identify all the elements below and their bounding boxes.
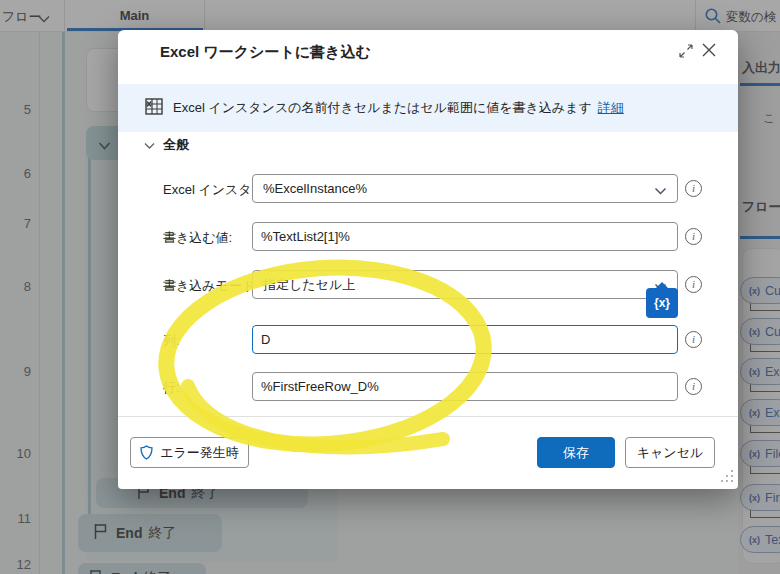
chevron-down-icon — [144, 141, 155, 150]
excel-icon — [145, 98, 163, 118]
row-input[interactable] — [252, 372, 678, 401]
info-icon[interactable]: i — [685, 180, 702, 197]
close-icon[interactable] — [702, 43, 724, 65]
info-icon[interactable]: i — [685, 276, 702, 293]
shield-icon — [140, 445, 153, 460]
variable-picker-button[interactable]: {x} — [646, 288, 678, 318]
on-error-label: エラー発生時 — [160, 444, 239, 462]
section-general-toggle[interactable]: 全般 — [144, 136, 189, 154]
dialog-description: Excel インスタンスの名前付きセルまたはセル範囲に値を書き込みます — [173, 99, 592, 117]
footer-divider — [118, 416, 738, 417]
write-mode-select[interactable]: 指定したセル上 — [252, 270, 678, 299]
cancel-button[interactable]: キャンセル — [625, 437, 715, 468]
on-error-button[interactable]: エラー発生時 — [130, 437, 249, 468]
resize-grip[interactable] — [721, 470, 734, 483]
dialog-title: Excel ワークシートに書き込む — [160, 43, 371, 62]
column-input[interactable] — [252, 325, 678, 354]
write-to-excel-dialog: Excel ワークシートに書き込む Excel インスタンスの名前付きセルまたは… — [118, 30, 738, 489]
expand-dialog-icon[interactable] — [679, 44, 699, 64]
save-button[interactable]: 保存 — [537, 437, 615, 468]
excel-instance-value: %ExcelInstance% — [263, 181, 367, 196]
info-icon[interactable]: i — [685, 228, 702, 245]
section-general-label: 全般 — [163, 136, 189, 154]
value-to-write-input[interactable] — [252, 222, 678, 251]
field-label-column: 列: — [163, 332, 180, 350]
chevron-down-icon — [654, 184, 667, 199]
info-icon[interactable]: i — [685, 331, 702, 348]
details-link[interactable]: 詳細 — [598, 99, 624, 117]
field-label-value: 書き込む値: — [163, 229, 232, 247]
field-label-row: 行: — [163, 379, 180, 397]
info-icon[interactable]: i — [685, 378, 702, 395]
dialog-description-bar: Excel インスタンスの名前付きセルまたはセル範囲に値を書き込みます 詳細 — [118, 84, 738, 132]
field-label-write-mode: 書き込みモード: — [163, 277, 259, 295]
write-mode-value: 指定したセル上 — [263, 276, 355, 294]
excel-instance-select[interactable]: %ExcelInstance% — [252, 174, 678, 203]
